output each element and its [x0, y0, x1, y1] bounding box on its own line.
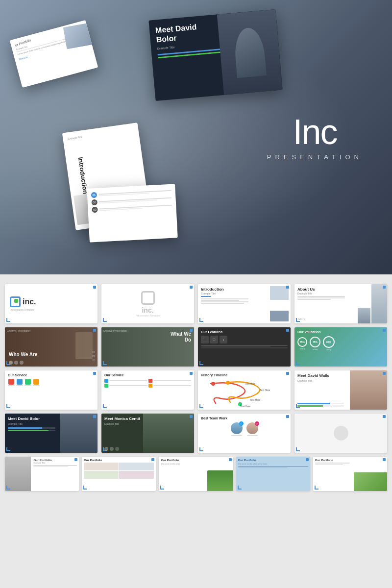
- validation-circle3: 85% rating: [323, 336, 335, 351]
- service1-label4: [33, 385, 40, 386]
- portfolio1-lines: [33, 465, 77, 467]
- service1-item3: [24, 379, 31, 386]
- who-text: Who We Are: [9, 352, 37, 358]
- validation-pct2: 75%: [310, 337, 320, 347]
- slide-our-featured[interactable]: Our Featured ⬛ ◻ ▪: [198, 327, 291, 367]
- num1-lines: [98, 190, 172, 196]
- portfolio1-content: Our Portfolio Example Title: [33, 459, 77, 467]
- monica-sub: Example Title: [104, 422, 191, 425]
- portfolio2-grid: [84, 463, 154, 479]
- david-face-area: [217, 9, 283, 95]
- about-text-lines: [297, 296, 345, 300]
- dw-bar1-fill: [297, 403, 330, 404]
- slide-our-service-2[interactable]: Our Service: [101, 370, 194, 410]
- social-icon-t: [14, 361, 18, 365]
- service1-item2: [16, 379, 23, 386]
- portfolio5-title: Our Portfolio: [315, 459, 385, 462]
- david-bolor-title: Meet David Bolor: [8, 416, 55, 421]
- svg-point-0: [211, 382, 215, 386]
- monica-icon2: [110, 447, 114, 451]
- slide-meet-david-bolor[interactable]: Meet David Bolor Example Title: [5, 414, 98, 453]
- featured-icon3: ▪: [220, 336, 227, 343]
- slide-portfolio2[interactable]: Our Portfolio: [82, 457, 156, 491]
- dw-bar2: [297, 405, 344, 407]
- service2-item2: [148, 379, 192, 383]
- inc-icon-border: [10, 296, 21, 307]
- slide-who-we-are[interactable]: Creative Presentation Who We Are 01 02 0…: [5, 327, 98, 367]
- slide-our-service-1[interactable]: Our Service: [5, 370, 98, 410]
- service1-label1: [8, 385, 15, 386]
- avatar2-name: [247, 435, 258, 436]
- timeline-title: History Timeline: [201, 373, 288, 377]
- intro-line3: [201, 301, 248, 302]
- featured-lines: [201, 345, 288, 348]
- service1-label2: [16, 385, 23, 386]
- p4-l1: [238, 466, 308, 467]
- validation-circle1: 65% rating: [297, 337, 307, 350]
- intro-line2: [201, 300, 239, 301]
- service1-label3: [24, 385, 31, 386]
- validation-label1: rating: [297, 347, 307, 350]
- validation-label3: rating: [323, 348, 335, 351]
- service1-title: Our Service: [8, 373, 95, 377]
- slide-our-validation[interactable]: Our Validation 65% rating 75% rating 85%…: [294, 327, 387, 367]
- slide-portfolio3[interactable]: Our Portfolio Our some works what: [159, 457, 233, 491]
- service2-lines1: [109, 380, 147, 382]
- avatar1-name: [231, 435, 242, 436]
- service1-item4: [33, 379, 40, 386]
- service2-item1: [104, 379, 147, 383]
- team-avatar2: P: [246, 422, 258, 437]
- p1-l2: [33, 466, 68, 467]
- service2-icon1: [104, 379, 108, 383]
- intro-image1: [270, 286, 289, 300]
- service2-grid: [104, 379, 191, 388]
- placeholder-circle: [334, 426, 348, 441]
- row4: Meet David Bolor Example Title Meet Moni…: [5, 414, 387, 453]
- service1-icon2: [17, 379, 23, 385]
- slide-placeholder: [294, 414, 387, 453]
- david-walls-sub: Example Title: [297, 379, 345, 382]
- slide-about-us[interactable]: About Us Example Title Share: [294, 284, 387, 323]
- svg-text:Text Here: Text Here: [240, 405, 251, 408]
- p5-l1: [315, 463, 350, 464]
- slide-what-we-do[interactable]: Creative Presentation What We Do: [101, 327, 194, 367]
- hero-subtitle: PRESENTATION: [267, 153, 363, 161]
- service2-lines3: [109, 385, 147, 387]
- p4-l2: [238, 467, 287, 468]
- slide-portfolio1[interactable]: Our Portfolio Example Title: [5, 457, 79, 491]
- row3: Our Service: [5, 370, 387, 410]
- service2-lines2: [153, 380, 192, 382]
- intro-line4: [201, 303, 244, 304]
- featured-icon1: ⬛: [201, 336, 209, 343]
- service1-icon4: [33, 379, 39, 385]
- slide-meet-david-walls[interactable]: Meet David Walls Example Title: [294, 370, 387, 410]
- hero-numbered-card: 01 02 03: [87, 184, 178, 242]
- slide-best-team[interactable]: Best Team Work t P: [198, 414, 291, 453]
- slide-portfolio5[interactable]: Our Portfolio: [313, 457, 387, 491]
- slide-meet-monica[interactable]: Meet Monica Centil Example Title: [101, 414, 194, 453]
- service2-icon2: [148, 379, 152, 383]
- featured-icon2: ◻: [210, 336, 218, 343]
- david-bolor-sub: Example Title: [8, 422, 55, 425]
- s2-l1: [109, 380, 147, 381]
- slide-inc-logo2[interactable]: inc. Presentation Template: [101, 284, 194, 323]
- about-example: Example Title: [297, 292, 349, 295]
- intro-line1: [201, 298, 248, 299]
- row5: Our Portfolio Example Title Our Portfoli…: [5, 457, 387, 491]
- slide-inc-logo[interactable]: inc. Presentation Template: [5, 284, 98, 323]
- num3-lines: [99, 204, 172, 211]
- slide-portfolio4[interactable]: Our Portfolio Our some works what we've …: [236, 457, 310, 491]
- service2-icon4: [148, 384, 152, 388]
- portfolio2-title: Our Portfolio: [84, 459, 154, 462]
- timeline-visual: Text Here Text Here Text Here Text Here: [201, 379, 288, 403]
- david-walls-bars: [297, 403, 344, 407]
- portfolio1-img: [5, 457, 31, 491]
- who-side-img: [75, 332, 93, 359]
- inc2-icon: [141, 291, 155, 305]
- portfolio1-sub: Example Title: [33, 462, 77, 464]
- slide-history-timeline[interactable]: History Timeline Text Here Text Here Tex…: [198, 370, 291, 410]
- slide-introduction[interactable]: Introduction Example Title: [198, 284, 291, 323]
- validation-circles: 65% rating 75% rating 85% rating: [297, 336, 384, 351]
- service2-lines4: [153, 385, 192, 387]
- thumbnail-section: inc. Presentation Template inc. Presenta…: [0, 274, 392, 505]
